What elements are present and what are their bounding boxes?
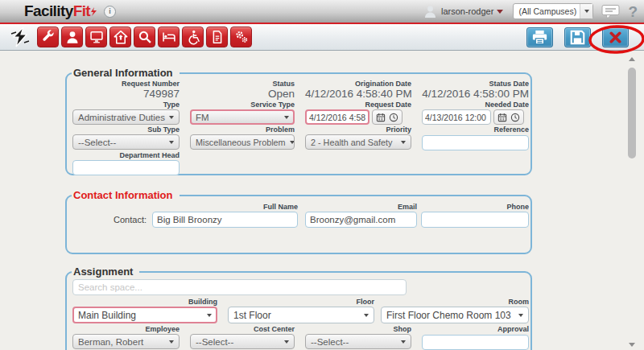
assignment-title: Assignment xyxy=(72,266,139,278)
reference-label: Reference xyxy=(422,126,529,134)
clock-icon[interactable] xyxy=(389,113,398,122)
wrench-icon xyxy=(40,29,56,45)
monitor-icon xyxy=(89,29,105,45)
contact-information-section: Contact Information Contact: Full Name E… xyxy=(65,195,532,254)
service-type-label: Service Type xyxy=(190,101,295,109)
floor-select[interactable]: 1st Floor xyxy=(228,307,374,323)
cost-center-label: Cost Center xyxy=(190,325,295,334)
type-select-value: Administrative Duties xyxy=(78,113,165,122)
toolbar-button-bed[interactable] xyxy=(158,27,180,47)
full-name-input[interactable] xyxy=(152,212,298,228)
request-date-label: Request Date xyxy=(305,101,411,109)
employee-select[interactable]: Berman, Robert xyxy=(72,334,180,349)
request-date-input[interactable] xyxy=(305,109,369,125)
chevron-down-icon xyxy=(401,340,406,344)
toolbar-button-user[interactable] xyxy=(61,27,83,47)
priority-select[interactable]: 2 - Health and Safety xyxy=(305,134,411,150)
user-menu[interactable]: larson-rodger xyxy=(441,6,493,16)
service-type-select-value: FM xyxy=(196,113,209,122)
contact-label: Contact: xyxy=(72,215,147,228)
toolbar-button-wrench[interactable] xyxy=(37,27,59,47)
cost-center-select[interactable]: --Select-- xyxy=(190,334,295,349)
phone-label: Phone xyxy=(421,203,529,212)
shop-select[interactable]: --Select-- xyxy=(305,334,411,349)
toolbar-button-monitor[interactable] xyxy=(85,27,107,47)
sub-type-select[interactable]: --Select-- xyxy=(72,134,180,150)
help-icon[interactable]: ? xyxy=(628,4,638,19)
user-icon xyxy=(64,29,80,45)
close-button[interactable] xyxy=(602,27,629,47)
scrollbar-down-arrow[interactable] xyxy=(629,343,635,347)
chevron-down-icon xyxy=(290,141,295,144)
sub-type-label: Sub Type xyxy=(72,126,180,134)
general-information-section: General Information Request Number 74998… xyxy=(65,72,532,175)
assignment-section: Assignment Building Main Building Floor … xyxy=(65,271,532,350)
full-name-label: Full Name xyxy=(152,203,298,212)
general-info-row-4: Department Head xyxy=(72,151,530,176)
info-icon[interactable]: i xyxy=(104,6,116,18)
building-label: Building xyxy=(72,298,217,307)
employee-label: Employee xyxy=(72,325,180,334)
needed-date-input[interactable] xyxy=(422,109,491,125)
reference-input[interactable] xyxy=(422,135,529,150)
request-number-value: 749987 xyxy=(72,89,180,100)
toolbar-button-search[interactable] xyxy=(134,27,155,47)
email-input[interactable] xyxy=(305,212,417,228)
calendar-icon[interactable] xyxy=(497,113,507,122)
print-button[interactable] xyxy=(526,27,553,47)
app-header: FacilityFit i larson-rodger (All Campuse… xyxy=(0,0,644,23)
building-select[interactable]: Main Building xyxy=(72,307,217,323)
scrollbar-thumb[interactable] xyxy=(628,68,636,159)
save-icon xyxy=(570,30,585,45)
save-button[interactable] xyxy=(564,27,591,47)
shop-select-value: --Select-- xyxy=(311,337,349,347)
phone-input[interactable] xyxy=(421,212,529,228)
user-avatar-icon xyxy=(423,5,437,19)
logo-text-black: Facility xyxy=(24,2,73,20)
document-icon xyxy=(209,29,225,45)
chevron-down-icon xyxy=(284,116,289,119)
type-select[interactable]: Administrative Duties xyxy=(72,109,180,125)
room-select[interactable]: First Floor Chemo Room 103 xyxy=(381,307,529,323)
toolbar-button-wheelchair[interactable] xyxy=(182,27,204,47)
scrollbar-up-arrow[interactable] xyxy=(629,57,635,61)
chevron-down-icon xyxy=(401,141,406,144)
department-head-label: Department Head xyxy=(72,151,180,160)
general-info-readonly-row: Request Number 749987 Status Open Origin… xyxy=(72,80,530,100)
service-type-select[interactable]: FM xyxy=(190,109,295,125)
calendar-icon[interactable] xyxy=(376,113,386,122)
space-search-input[interactable] xyxy=(72,279,407,295)
toolbar xyxy=(0,24,644,51)
department-head-input[interactable] xyxy=(72,160,180,175)
toolbar-button-home[interactable] xyxy=(109,27,131,47)
chevron-down-icon xyxy=(169,340,174,344)
campus-select-value: (All Campuses) xyxy=(514,6,580,16)
floor-label: Floor xyxy=(228,298,374,307)
flash-icon[interactable] xyxy=(10,27,31,47)
general-info-row-3: Sub Type --Select-- Problem Miscellaneou… xyxy=(72,126,530,150)
type-label: Type xyxy=(72,101,180,109)
feedback-bubble-icon[interactable] xyxy=(601,4,620,19)
needed-date-pickers xyxy=(493,109,524,125)
toolbar-nav-group xyxy=(37,27,252,47)
chevron-down-icon xyxy=(169,116,174,119)
general-information-title: General Information xyxy=(72,67,180,79)
logo-mark-icon xyxy=(90,3,97,21)
email-label: Email xyxy=(305,203,417,212)
app-logo[interactable]: FacilityFit xyxy=(24,2,97,21)
campus-select[interactable]: (All Campuses) xyxy=(513,3,593,19)
status-date-value: 4/12/2016 4:58:00 PM xyxy=(422,89,529,100)
approval-input[interactable] xyxy=(422,335,529,350)
scrollbar[interactable] xyxy=(626,52,638,348)
user-chevron-down-icon[interactable] xyxy=(497,10,503,14)
room-select-value: First Floor Chemo Room 103 xyxy=(386,310,511,321)
building-select-value: Main Building xyxy=(78,310,136,321)
problem-select[interactable]: Miscellaneous Problem xyxy=(190,134,295,150)
status-value: Open xyxy=(190,89,295,100)
toolbar-button-document[interactable] xyxy=(206,27,228,47)
needed-date-label: Needed Date xyxy=(422,101,529,109)
clock-icon[interactable] xyxy=(510,113,520,122)
logo-text-red: Fit xyxy=(73,2,90,20)
toolbar-button-gears[interactable] xyxy=(230,27,252,47)
chevron-down-icon xyxy=(169,141,174,144)
